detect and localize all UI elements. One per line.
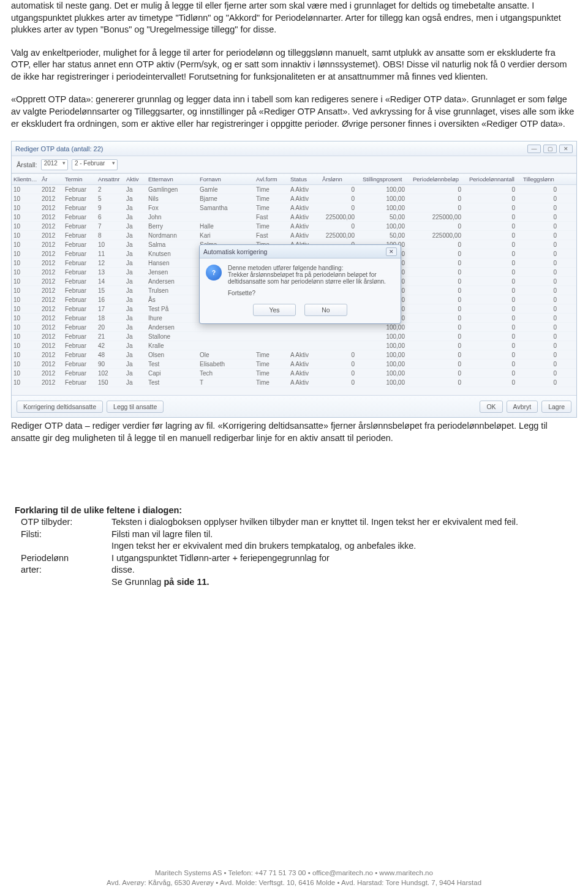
otp-tilbyder-value: Teksten i dialogboksen opplyser hvilken … <box>111 516 577 529</box>
arstall-select[interactable]: 2012 <box>41 159 68 170</box>
paragraph-3: «Opprett OTP data»: genererer grunnlag o… <box>11 94 577 130</box>
dialog-yes-button[interactable]: Yes <box>253 304 296 316</box>
ok-button[interactable]: OK <box>480 401 502 413</box>
page-footer: Maritech Systems AS • Telefon: +47 71 51… <box>0 868 588 888</box>
legg-til-ansatte-button[interactable]: Legg til ansatte <box>107 401 164 413</box>
periodelonn-value-1: I utgangspunktet Tidlønn-arter + feriepe… <box>111 552 577 565</box>
paragraph-1: automatisk til neste gang. Det er mulig … <box>11 0 577 36</box>
screenshot-caption: Rediger OTP data – rediger verdier før l… <box>11 420 577 444</box>
dialog-no-button[interactable]: No <box>304 304 347 316</box>
close-icon[interactable]: ✕ <box>559 145 573 153</box>
paragraph-2: Valg av enkeltperioder, mulighet for å l… <box>11 47 577 83</box>
window-title: Rediger OTP data (antall: 22) <box>15 145 103 153</box>
table-row[interactable]: 102012Februar90JaTestElisabethTimeA Akti… <box>12 360 576 369</box>
korrigering-button[interactable]: Korrigering deltidsansatte <box>17 401 103 413</box>
table-row[interactable]: 102012Februar102JaCapiTechTimeA Aktiv010… <box>12 369 576 378</box>
periodelonn-value-3: Se Grunnlag på side 11. <box>111 576 577 589</box>
lagre-button[interactable]: Lagre <box>541 401 571 413</box>
filsti-value: Filsti man vil lagre filen til. Ingen te… <box>111 529 577 552</box>
table-row[interactable]: 102012Februar2JaGamlingenGamleTimeA Akti… <box>12 185 576 194</box>
dialog-title: Automatisk korrigering <box>203 248 267 255</box>
window-controls: — ▢ ✕ <box>527 145 573 153</box>
avbryt-button[interactable]: Avbryt <box>507 401 538 413</box>
periodelonn-value-2: disse. <box>111 564 577 576</box>
maximize-icon[interactable]: ▢ <box>543 145 557 153</box>
otp-tilbyder-label: OTP tilbyder: <box>21 516 107 529</box>
dialog-close-icon[interactable]: ✕ <box>386 247 397 256</box>
app-screenshot: Rediger OTP data (antall: 22) — ▢ ✕ Årst… <box>11 141 577 418</box>
arstall-label: Årstall: <box>17 161 37 168</box>
table-row[interactable]: 102012Februar21JaStallone100,00000 <box>12 332 576 341</box>
confirm-dialog: Automatisk korrigering ✕ ? Denne metoden… <box>199 244 401 324</box>
table-row[interactable]: 102012Februar7JaBerryHalleTimeA Aktiv010… <box>12 222 576 231</box>
table-row[interactable]: 102012Februar6JaJohnFastA Aktiv225000,00… <box>12 213 576 222</box>
table-row[interactable]: 102012Februar48JaOlsenOleTimeA Aktiv0100… <box>12 350 576 360</box>
table-row[interactable]: 102012Februar5JaNilsBjarneTimeA Aktiv010… <box>12 194 576 203</box>
table-row[interactable]: 102012Februar20JaAndersen100,00000 <box>12 323 576 332</box>
periode-select[interactable]: 2 - Februar <box>72 159 118 170</box>
dialog-message: Denne metoden utfører følgende handling:… <box>228 265 394 296</box>
table-row[interactable]: 102012Februar42JaKralle100,00000 <box>12 341 576 350</box>
periodelonn-label-2: arter: <box>21 564 107 576</box>
filsti-label: Filsti: <box>21 529 107 552</box>
field-definitions: OTP tilbyder: Teksten i dialogboksen opp… <box>21 516 577 588</box>
question-icon: ? <box>206 265 222 281</box>
minimize-icon[interactable]: — <box>527 145 541 153</box>
table-row[interactable]: 102012Februar9JaFoxSamanthaTimeA Aktiv01… <box>12 203 576 213</box>
periodelonn-label-1: Periodelønn <box>21 552 107 565</box>
table-row[interactable]: 102012Februar8JaNordmannKariFastA Aktiv2… <box>12 231 576 240</box>
defs-heading: Forklaring til de ulike feltene i dialog… <box>15 505 577 515</box>
table-row[interactable]: 102012Februar150JaTestTTimeA Aktiv0100,0… <box>12 378 576 387</box>
